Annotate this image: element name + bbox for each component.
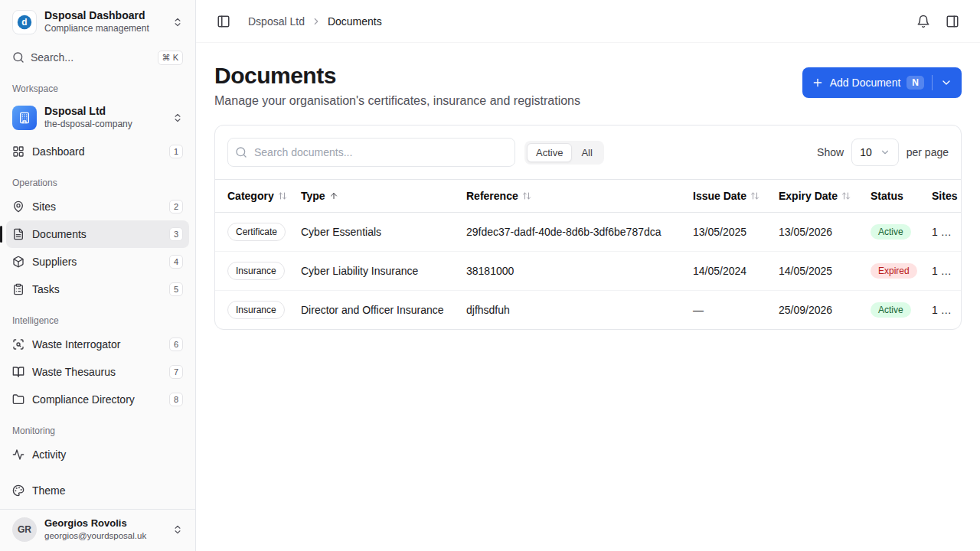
- user-email: georgios@yourdsposal.uk: [44, 530, 165, 542]
- table-row[interactable]: Insurance Cyber Liability Insurance 3818…: [215, 252, 961, 291]
- workspace-slug: the-dsposal-company: [44, 119, 165, 131]
- documents-search: [227, 138, 515, 167]
- grid-icon: [12, 145, 24, 158]
- sidebar-item-waste-interrogator[interactable]: Waste Interrogator 6: [6, 331, 189, 358]
- filter-tab-all[interactable]: All: [572, 143, 601, 162]
- page-header: Documents Manage your organisation's cer…: [196, 43, 980, 108]
- theme-toggle[interactable]: Theme: [6, 477, 189, 504]
- breadcrumb: Dsposal Ltd Documents: [248, 15, 382, 28]
- notifications-button[interactable]: [911, 9, 936, 34]
- sort-icon: [841, 191, 851, 201]
- avatar: GR: [12, 517, 37, 542]
- building-icon: [12, 106, 37, 130]
- documents-card: Active All Show 10 per page Category Typ…: [214, 125, 962, 330]
- user-name: Georgios Rovolis: [44, 517, 165, 530]
- plus-icon: [812, 77, 824, 89]
- documents-table: Category Type Reference Issue Date Expir…: [215, 179, 961, 329]
- section-monitoring: Monitoring: [12, 425, 183, 436]
- count-badge: 8: [169, 393, 183, 406]
- sidebar-item-compliance-directory[interactable]: Compliance Directory 8: [6, 386, 189, 413]
- chevron-down-icon[interactable]: [940, 77, 952, 89]
- sites-cell: 1 site: [926, 291, 961, 330]
- sidebar-item-dashboard[interactable]: Dashboard 1: [6, 138, 189, 165]
- expiry-date-cell: 14/05/2025: [773, 252, 864, 291]
- sidebar: d Dsposal Dashboard Compliance managemen…: [0, 0, 196, 551]
- sidebar-item-documents[interactable]: Documents 3: [6, 220, 189, 248]
- column-header-category[interactable]: Category: [227, 190, 289, 202]
- table-row[interactable]: Insurance Director and Officer Insurance…: [215, 291, 961, 330]
- sidebar-toggle-button[interactable]: [211, 9, 236, 34]
- sort-icon: [522, 191, 531, 201]
- app-tagline: Compliance management: [44, 23, 165, 35]
- category-badge: Insurance: [227, 301, 285, 319]
- chevrons-up-down-icon: [172, 112, 183, 123]
- search-icon: [12, 51, 24, 64]
- page-size-select[interactable]: 10: [851, 139, 899, 166]
- column-header-issue-date[interactable]: Issue Date: [693, 190, 766, 202]
- add-document-shortcut: N: [906, 76, 924, 90]
- app-title: Dsposal Dashboard: [44, 9, 165, 23]
- page-subtitle: Manage your organisation's certificates,…: [214, 94, 580, 108]
- sidebar-search-label: Search...: [31, 51, 152, 64]
- chevron-right-icon: [311, 16, 322, 27]
- type-cell: Cyber Essentials: [295, 213, 460, 252]
- search-icon: [235, 146, 247, 158]
- reference-cell: 29fdec37-dadf-40de-8d6b-3df6be787dca: [460, 213, 687, 252]
- panel-right-icon: [946, 15, 959, 28]
- right-panel-toggle-button[interactable]: [940, 9, 965, 34]
- svg-text:d: d: [21, 17, 27, 28]
- panel-left-icon: [217, 15, 230, 28]
- documents-search-input[interactable]: [227, 138, 515, 167]
- breadcrumb-current: Documents: [328, 15, 382, 28]
- column-header-type[interactable]: Type: [301, 190, 454, 202]
- column-header-expiry-date[interactable]: Expiry Date: [779, 190, 858, 202]
- chevrons-up-down-icon: [172, 17, 183, 28]
- reference-cell: djfhsdfuh: [460, 291, 687, 330]
- count-badge: 6: [169, 337, 183, 351]
- app-switcher[interactable]: d Dsposal Dashboard Compliance managemen…: [0, 0, 195, 41]
- table-row[interactable]: Certificate Cyber Essentials 29fdec37-da…: [215, 213, 961, 252]
- book-open-icon: [12, 366, 24, 378]
- workspace-switcher[interactable]: Dsposal Ltd the-dsposal-company: [6, 99, 189, 136]
- sidebar-item-waste-thesaurus[interactable]: Waste Thesaurus 7: [6, 358, 189, 386]
- count-badge: 2: [169, 200, 183, 214]
- sidebar-item-activity[interactable]: Activity: [6, 441, 189, 468]
- sidebar-item-tasks[interactable]: Tasks 5: [6, 276, 189, 303]
- file-text-icon: [12, 228, 24, 240]
- sites-cell: 1 site: [926, 252, 961, 291]
- count-badge: 3: [169, 227, 183, 241]
- sidebar-item-suppliers[interactable]: Suppliers 4: [6, 248, 189, 276]
- page-title: Documents: [214, 63, 580, 88]
- clipboard-icon: [12, 283, 24, 295]
- sidebar-item-sites[interactable]: Sites 2: [6, 193, 189, 220]
- filter-tab-active[interactable]: Active: [527, 143, 572, 162]
- type-cell: Director and Officer Insurance: [295, 291, 460, 330]
- expiry-date-cell: 13/05/2026: [773, 213, 864, 252]
- page-size-value: 10: [860, 146, 872, 158]
- sort-icon: [278, 191, 287, 201]
- issue-date-cell: —: [687, 291, 773, 330]
- column-header-status: Status: [871, 190, 920, 202]
- issue-date-cell: 13/05/2025: [687, 213, 773, 252]
- count-badge: 1: [169, 145, 183, 158]
- breadcrumb-workspace[interactable]: Dsposal Ltd: [248, 15, 305, 28]
- column-header-reference[interactable]: Reference: [466, 190, 681, 202]
- reference-cell: 38181000: [460, 252, 687, 291]
- add-document-button[interactable]: Add Document N: [802, 67, 962, 98]
- scan-search-icon: [12, 338, 24, 350]
- map-pin-icon: [12, 201, 24, 213]
- workspace-name: Dsposal Ltd: [44, 105, 165, 119]
- table-header-row: Category Type Reference Issue Date Expir…: [215, 180, 961, 213]
- search-shortcut-badge: ⌘ K: [158, 51, 183, 65]
- sidebar-search[interactable]: Search... ⌘ K: [6, 44, 189, 71]
- issue-date-cell: 14/05/2024: [687, 252, 773, 291]
- per-page-label: per page: [906, 146, 949, 158]
- add-document-label: Add Document: [830, 77, 901, 89]
- user-menu[interactable]: GR Georgios Rovolis georgios@yourdsposal…: [0, 509, 195, 551]
- section-operations: Operations: [12, 178, 183, 188]
- category-badge: Insurance: [227, 262, 285, 280]
- topbar: Dsposal Ltd Documents: [196, 0, 980, 43]
- sidebar-nav: d Dsposal Dashboard Compliance managemen…: [0, 0, 195, 475]
- sort-icon: [750, 191, 760, 201]
- documents-toolbar: Active All Show 10 per page: [215, 126, 961, 179]
